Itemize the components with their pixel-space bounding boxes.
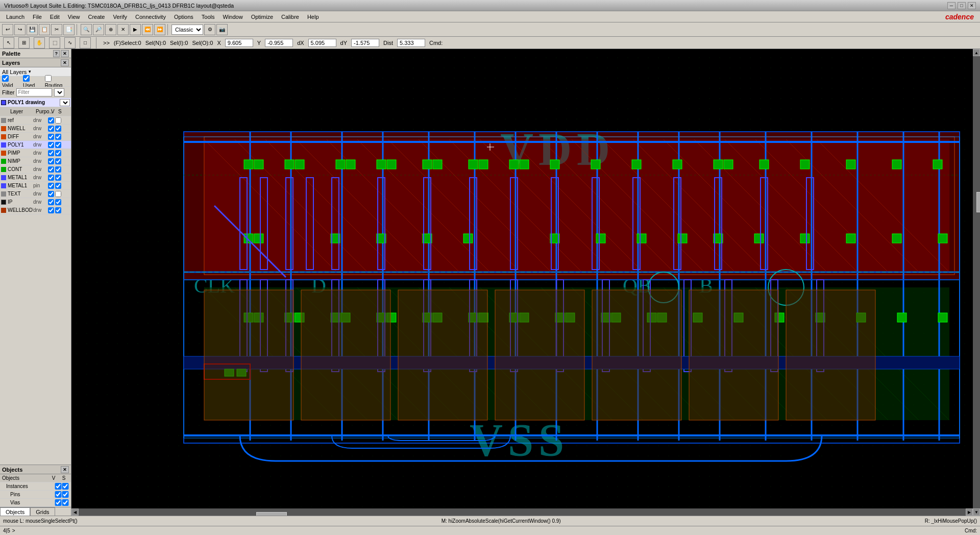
- layer-s-text[interactable]: [55, 191, 61, 197]
- canvas-area[interactable]: VDD VSS CLK D QB B: [71, 49, 980, 516]
- col-purpose[interactable]: Purpo..: [35, 109, 50, 114]
- menu-view[interactable]: View: [64, 13, 84, 21]
- menu-edit[interactable]: Edit: [46, 13, 64, 21]
- layer-v-ref[interactable]: [48, 117, 54, 124]
- routing-checkbox[interactable]: [45, 75, 52, 82]
- menu-file[interactable]: File: [29, 13, 46, 21]
- layer-row-ref[interactable]: ref drw: [0, 116, 71, 125]
- layer-s-ref[interactable]: [55, 117, 61, 124]
- instances-s-check[interactable]: [62, 483, 69, 490]
- tb-next-btn[interactable]: ⏩: [154, 24, 165, 35]
- coord-zoom-btn[interactable]: ⊞: [18, 37, 30, 48]
- coord-rect-btn[interactable]: □: [80, 37, 91, 48]
- layer-s-wellbody[interactable]: [55, 207, 61, 213]
- vscroll-down-btn[interactable]: ▼: [973, 508, 980, 516]
- tb-copy-btn[interactable]: 📋: [39, 24, 50, 35]
- layer-s-nwell[interactable]: [55, 126, 61, 132]
- layers-close-btn[interactable]: ✕: [61, 59, 69, 66]
- layer-s-cont[interactable]: [55, 166, 61, 173]
- tb-forward-btn[interactable]: ↪: [14, 24, 26, 35]
- vias-v-check[interactable]: [55, 499, 62, 506]
- layer-row-diff[interactable]: DIFF drw: [0, 133, 71, 141]
- pins-v-check[interactable]: [55, 491, 62, 498]
- valid-checkbox-label[interactable]: Valid: [2, 75, 20, 88]
- tb-opt1-btn[interactable]: ⚙: [204, 24, 215, 35]
- layer-v-cont[interactable]: [48, 166, 54, 173]
- vscroll-up-btn[interactable]: ▲: [973, 49, 980, 56]
- layer-v-metal1-drw[interactable]: [48, 175, 54, 181]
- menu-verify[interactable]: Verify: [109, 13, 131, 21]
- tb-play-btn[interactable]: ▶: [130, 24, 141, 35]
- tb-zoom-plus-btn[interactable]: ⊕: [105, 24, 116, 35]
- tb-zoom-in-btn[interactable]: 🔍: [81, 24, 92, 35]
- menu-window[interactable]: Window: [219, 13, 247, 21]
- pins-s-check[interactable]: [62, 491, 69, 498]
- hscroll-left-btn[interactable]: ◀: [71, 508, 79, 516]
- valid-checkbox[interactable]: [2, 75, 9, 82]
- object-row-vias[interactable]: Vias: [0, 499, 71, 507]
- col-layer[interactable]: Layer: [9, 109, 35, 114]
- tb-zoom-fit-btn[interactable]: 🔎: [93, 24, 104, 35]
- tb-paste-btn[interactable]: 📑: [63, 24, 75, 35]
- minimize-button[interactable]: ─: [947, 2, 955, 9]
- routing-checkbox-label[interactable]: Routing: [45, 75, 69, 88]
- layer-row-cont[interactable]: CONT drw: [0, 165, 71, 174]
- tb-back-btn[interactable]: ↩: [2, 24, 13, 35]
- tb-save-btn[interactable]: 💾: [27, 24, 38, 35]
- layer-row-ip[interactable]: IP drw: [0, 198, 71, 206]
- vertical-scrollbar[interactable]: ▲ ▼: [973, 49, 980, 516]
- tb-cancel-btn[interactable]: ✕: [117, 24, 129, 35]
- layer-row-poly1[interactable]: POLY1 drw: [0, 141, 71, 149]
- col-s[interactable]: S: [57, 109, 64, 114]
- ic-layout-canvas[interactable]: VDD VSS CLK D QB B: [71, 49, 980, 516]
- layer-row-wellbody[interactable]: WELLBODY drw: [0, 206, 71, 214]
- vscroll-thumb[interactable]: [976, 192, 980, 212]
- hscroll-thumb[interactable]: [256, 512, 287, 516]
- close-button[interactable]: ✕: [968, 2, 976, 9]
- palette-close-btn[interactable]: ✕: [61, 50, 69, 57]
- palette-help-btn[interactable]: ?: [53, 50, 60, 57]
- menu-optimize[interactable]: Optimize: [247, 13, 277, 21]
- object-row-pins[interactable]: Pins: [0, 491, 71, 499]
- used-checkbox[interactable]: [23, 75, 30, 82]
- menu-launch[interactable]: Launch: [2, 13, 29, 21]
- layer-row-metal1-drw[interactable]: METAL1 drw: [0, 174, 71, 182]
- tb-opt2-btn[interactable]: 📷: [216, 24, 228, 35]
- layer-s-metal1-drw[interactable]: [55, 175, 61, 181]
- selected-layer-row[interactable]: POLY1 drawing ▼: [0, 98, 71, 107]
- maximize-button[interactable]: □: [958, 2, 966, 9]
- used-checkbox-label[interactable]: Used: [23, 75, 42, 88]
- layer-s-nimp[interactable]: [55, 158, 61, 164]
- layers-dropdown-arrow[interactable]: ▼: [28, 69, 32, 74]
- layer-s-ip[interactable]: [55, 199, 61, 205]
- layer-row-text[interactable]: TEXT drw: [0, 190, 71, 198]
- menu-options[interactable]: Options: [170, 13, 198, 21]
- layer-v-wellbody[interactable]: [48, 207, 54, 213]
- col-v[interactable]: V: [50, 109, 57, 114]
- menu-help[interactable]: Help: [303, 13, 323, 21]
- vias-s-check[interactable]: [62, 499, 69, 506]
- layer-v-nwell[interactable]: [48, 126, 54, 132]
- layer-v-pimp[interactable]: [48, 150, 54, 156]
- layer-s-pimp[interactable]: [55, 150, 61, 156]
- tab-grids[interactable]: Grids: [30, 507, 55, 516]
- layer-row-metal1-pin[interactable]: METAL1 pin: [0, 182, 71, 190]
- object-row-instances[interactable]: Instances: [0, 482, 71, 491]
- coord-pan-btn[interactable]: ✋: [34, 37, 45, 48]
- layer-row-nimp[interactable]: NIMP drw: [0, 157, 71, 165]
- instances-v-check[interactable]: [55, 483, 62, 490]
- layer-v-ip[interactable]: [48, 199, 54, 205]
- tb-cut-btn[interactable]: ✂: [51, 24, 62, 35]
- layer-row-pimp[interactable]: PIMP drw: [0, 149, 71, 157]
- layer-v-text[interactable]: [48, 191, 54, 197]
- hscroll-right-btn[interactable]: ▶: [966, 508, 973, 516]
- layer-s-poly1[interactable]: [55, 142, 61, 148]
- tb-prev-btn[interactable]: ⏪: [142, 24, 153, 35]
- display-mode-select[interactable]: Classic Dark: [172, 25, 203, 35]
- menu-create[interactable]: Create: [84, 13, 109, 21]
- layer-s-diff[interactable]: [55, 134, 61, 140]
- layer-v-nimp[interactable]: [48, 158, 54, 164]
- selected-layer-dropdown[interactable]: ▼: [60, 99, 70, 106]
- coord-pointer-btn[interactable]: ↖: [3, 37, 14, 48]
- layer-v-poly1[interactable]: [48, 142, 54, 148]
